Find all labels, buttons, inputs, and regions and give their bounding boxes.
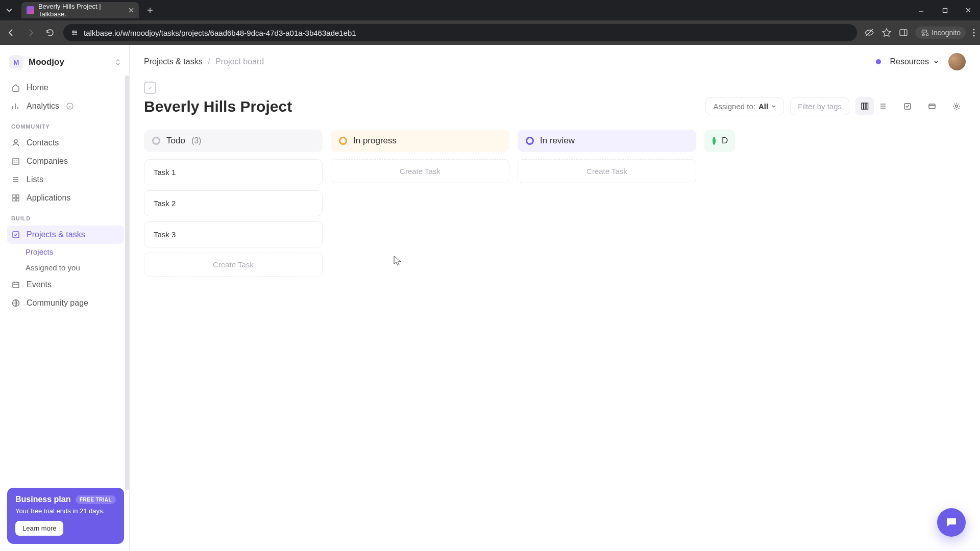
new-tab-button[interactable] [143,3,157,17]
breadcrumb-separator: / [208,57,210,66]
tab-close-icon[interactable] [129,8,134,13]
column-header[interactable]: In progress [331,130,509,152]
sidebar-item-label: Companies [27,157,68,166]
svg-rect-11 [13,195,15,197]
resources-dropdown[interactable]: Resources [890,57,939,66]
sidebar-subitem-projects[interactable]: Projects [7,244,124,260]
svg-rect-4 [900,30,907,36]
column-body: Create Task [518,159,696,183]
assigned-value: All [758,102,768,111]
sidebar-item-projects-tasks[interactable]: Projects & tasks [7,226,124,244]
svg-point-1 [72,31,74,32]
contacts-icon [11,138,20,147]
settings-button[interactable] [947,97,966,115]
column-title: Todo [166,136,185,146]
column-title: D [722,136,728,146]
site-settings-icon[interactable] [70,29,79,37]
chat-fab-button[interactable] [937,508,966,537]
create-task-button[interactable]: Create Task [331,159,509,183]
column-count: (3) [191,136,202,145]
browser-forward-button[interactable] [24,27,37,39]
svg-rect-20 [866,103,868,109]
workspace-switcher[interactable]: M Moodjoy [7,52,124,79]
main-content: Projects & tasks / Project board Resourc… [130,45,980,551]
column-body: Create Task [331,159,509,183]
side-panel-icon[interactable] [899,28,908,37]
sidebar-item-home[interactable]: Home [7,79,124,97]
status-circle-icon [526,137,534,145]
board-view-button[interactable] [855,97,874,115]
tab-search-dropdown[interactable] [0,0,18,20]
breadcrumb-current: Project board [215,57,264,66]
sidebar-item-label: Contacts [27,138,59,147]
sidebar-item-lists[interactable]: Lists [7,170,124,189]
project-icon [144,82,156,94]
svg-rect-18 [862,103,864,109]
column-body: Task 1Task 2Task 3Create Task [144,159,323,277]
browser-reload-button[interactable] [44,27,56,39]
breadcrumb-root[interactable]: Projects & tasks [144,57,203,66]
svg-rect-16 [13,282,19,288]
svg-point-6 [973,32,974,33]
task-card[interactable]: Task 2 [144,190,323,216]
sidebar-item-companies[interactable]: Companies [7,152,124,170]
assigned-filter[interactable]: Assigned to: All [705,97,784,115]
page-header: Beverly Hills Project Assigned to: All F… [130,79,980,124]
list-view-button[interactable] [874,97,892,115]
sidebar-subitem-assigned[interactable]: Assigned to you [7,260,124,276]
assigned-prefix: Assigned to: [713,102,755,111]
sidebar-item-label: Community page [27,298,88,308]
chevron-down-icon [771,104,776,109]
kanban-column: In reviewCreate Task [518,130,696,541]
archive-tool-button[interactable] [923,97,941,115]
sidebar-item-analytics[interactable]: Analytics [7,97,124,115]
learn-more-button[interactable]: Learn more [15,521,63,536]
calendar-icon [11,280,20,289]
home-icon [11,83,20,92]
incognito-label: Incognito [932,29,961,37]
column-header[interactable]: In review [518,130,696,152]
browser-menu-icon[interactable] [973,28,975,37]
create-task-button[interactable]: Create Task [518,159,696,183]
sidebar-item-contacts[interactable]: Contacts [7,134,124,152]
column-header[interactable]: Todo(3) [144,130,323,152]
app-root: M Moodjoy Home Analytics COMMUNITY Conta… [0,45,980,551]
sidebar-item-community-page[interactable]: Community page [7,294,124,312]
svg-rect-0 [943,8,947,12]
kanban-column: Todo(3)Task 1Task 2Task 3Create Task [144,130,323,541]
window-minimize-button[interactable] [910,0,933,20]
svg-rect-19 [864,103,866,109]
task-card[interactable]: Task 1 [144,159,323,185]
browser-tab-active[interactable]: Beverly Hills Project | Talkbase. [21,2,139,18]
sidebar-item-label: Analytics [27,102,59,111]
tab-title: Beverly Hills Project | Talkbase. [38,3,125,18]
status-circle-icon [713,137,716,145]
eye-off-icon[interactable] [864,28,874,38]
sidebar-item-applications[interactable]: Applications [7,189,124,207]
tab-favicon [27,6,34,14]
sidebar-item-events[interactable]: Events [7,276,124,294]
column-header[interactable]: D [704,130,735,152]
analytics-icon [11,102,20,111]
status-dot-icon [876,59,881,64]
user-avatar[interactable] [948,53,966,70]
incognito-indicator[interactable]: Incognito [915,27,966,39]
browser-tabbar: Beverly Hills Project | Talkbase. [0,0,980,20]
create-task-button[interactable]: Create Task [144,253,323,277]
sidebar-section-community: COMMUNITY [7,115,124,134]
date-tool-button[interactable] [898,97,917,115]
sidebar-item-label: Projects & tasks [27,230,85,239]
chevron-updown-icon [115,58,121,66]
globe-icon [11,298,20,308]
browser-back-button[interactable] [5,27,17,39]
filter-by-tags-input[interactable]: Filter by tags [790,97,849,115]
url-text: talkbase.io/w/moodjoy/tasks/projects/6aa… [84,29,356,37]
address-bar[interactable]: talkbase.io/w/moodjoy/tasks/projects/6aa… [63,24,857,41]
sidebar-item-label: Lists [27,175,43,184]
window-close-button[interactable] [957,0,980,20]
bookmark-star-icon[interactable] [881,28,892,38]
lists-icon [11,175,20,184]
window-maximize-button[interactable] [933,0,957,20]
svg-point-5 [973,29,974,30]
task-card[interactable]: Task 3 [144,221,323,247]
